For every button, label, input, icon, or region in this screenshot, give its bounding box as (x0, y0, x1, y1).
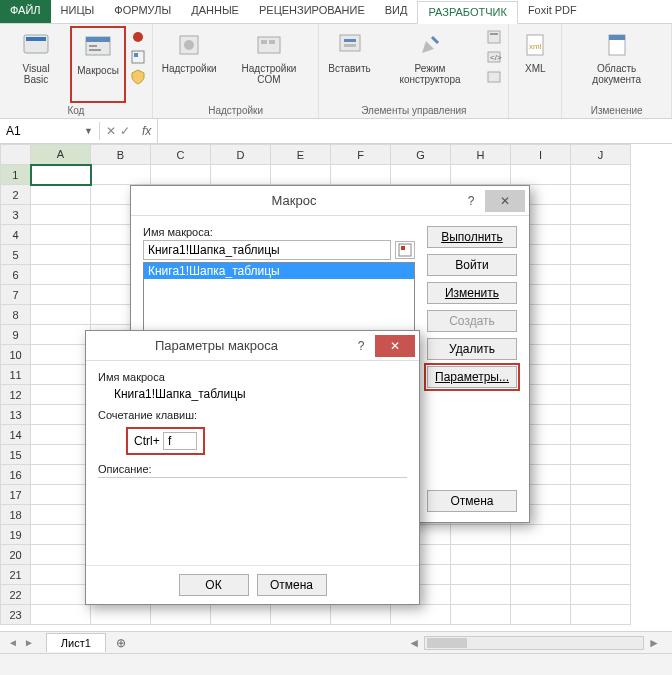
cell[interactable] (571, 245, 631, 265)
add-sheet-button[interactable]: ⊕ (106, 636, 136, 650)
cell[interactable] (31, 405, 91, 425)
tab-1[interactable]: ФОРМУЛЫ (104, 0, 181, 23)
edit-button[interactable]: Изменить (427, 282, 517, 304)
row-header[interactable]: 3 (1, 205, 31, 225)
cell[interactable] (151, 165, 211, 185)
cell[interactable] (451, 605, 511, 625)
cell[interactable] (271, 165, 331, 185)
row-header[interactable]: 23 (1, 605, 31, 625)
cell[interactable] (31, 305, 91, 325)
cell[interactable] (451, 525, 511, 545)
cell[interactable] (511, 585, 571, 605)
cell[interactable] (571, 205, 631, 225)
cancel-options-button[interactable]: Отмена (257, 574, 327, 596)
cell[interactable] (571, 405, 631, 425)
options-button[interactable]: Параметры... (427, 366, 517, 388)
cell[interactable] (31, 445, 91, 465)
tab-0[interactable]: НИЦЫ (51, 0, 105, 23)
cell[interactable] (31, 385, 91, 405)
cell[interactable] (571, 605, 631, 625)
cell[interactable] (31, 185, 91, 205)
row-header[interactable]: 13 (1, 405, 31, 425)
cell[interactable] (511, 525, 571, 545)
tab-6[interactable]: Foxit PDF (518, 0, 587, 23)
cell[interactable] (31, 325, 91, 345)
col-header[interactable]: I (511, 145, 571, 165)
cell[interactable] (31, 345, 91, 365)
cell[interactable] (571, 265, 631, 285)
cell[interactable] (31, 605, 91, 625)
row-header[interactable]: 15 (1, 445, 31, 465)
row-header[interactable]: 10 (1, 345, 31, 365)
cell[interactable] (211, 165, 271, 185)
xml-button[interactable]: xml XML (513, 26, 557, 114)
row-header[interactable]: 2 (1, 185, 31, 205)
doc-panel-button[interactable]: Область документа (566, 26, 667, 103)
col-header[interactable]: A (31, 145, 91, 165)
cell[interactable] (31, 245, 91, 265)
cell[interactable] (31, 285, 91, 305)
tab-3[interactable]: РЕЦЕНЗИРОВАНИЕ (249, 0, 375, 23)
cell[interactable] (31, 425, 91, 445)
horizontal-scrollbar[interactable]: ◄ ► (400, 636, 672, 650)
cell[interactable] (571, 565, 631, 585)
cell[interactable] (31, 365, 91, 385)
cell[interactable] (331, 165, 391, 185)
cell[interactable] (571, 465, 631, 485)
cell[interactable] (571, 425, 631, 445)
cell[interactable] (391, 605, 451, 625)
list-item[interactable]: Книга1!Шапка_таблицы (144, 263, 414, 279)
tab-4[interactable]: ВИД (375, 0, 418, 23)
cell[interactable] (571, 585, 631, 605)
ok-button[interactable]: ОК (179, 574, 249, 596)
macros-button[interactable]: Макросы (70, 26, 126, 103)
help-icon[interactable]: ? (457, 194, 485, 208)
row-header[interactable]: 8 (1, 305, 31, 325)
col-header[interactable]: E (271, 145, 331, 165)
cell[interactable] (91, 605, 151, 625)
cell[interactable] (31, 485, 91, 505)
cell[interactable] (31, 465, 91, 485)
row-header[interactable]: 18 (1, 505, 31, 525)
cell[interactable] (271, 605, 331, 625)
row-header[interactable]: 5 (1, 245, 31, 265)
tab-2[interactable]: ДАННЫЕ (181, 0, 249, 23)
cell[interactable] (451, 165, 511, 185)
col-header[interactable]: F (331, 145, 391, 165)
cell[interactable] (31, 525, 91, 545)
cell[interactable] (511, 545, 571, 565)
col-header[interactable]: J (571, 145, 631, 165)
row-header[interactable]: 20 (1, 545, 31, 565)
formula-input[interactable] (157, 119, 672, 143)
cell[interactable] (31, 205, 91, 225)
close-icon[interactable]: ✕ (375, 335, 415, 357)
addins-button[interactable]: Надстройки (157, 26, 222, 103)
cell[interactable] (571, 225, 631, 245)
cell[interactable] (91, 165, 151, 185)
cell[interactable] (571, 185, 631, 205)
fx-icon[interactable]: fx (136, 124, 157, 138)
cell[interactable] (151, 605, 211, 625)
cell[interactable] (571, 525, 631, 545)
insert-button[interactable]: Вставить (323, 26, 375, 103)
row-header[interactable]: 19 (1, 525, 31, 545)
accept-formula-icon[interactable]: ✓ (120, 124, 130, 138)
row-header[interactable]: 4 (1, 225, 31, 245)
cell[interactable] (571, 445, 631, 465)
row-header[interactable]: 6 (1, 265, 31, 285)
sheet-tab[interactable]: Лист1 (46, 633, 106, 652)
reference-picker-icon[interactable] (395, 241, 415, 259)
row-header[interactable]: 1 (1, 165, 31, 185)
properties-button[interactable] (484, 28, 504, 46)
cancel-formula-icon[interactable]: ✕ (106, 124, 116, 138)
cell[interactable] (571, 385, 631, 405)
visual-basic-button[interactable]: Visual Basic (4, 26, 68, 103)
cell[interactable] (511, 165, 571, 185)
com-addins-button[interactable]: Надстройки COM (224, 26, 315, 103)
cell[interactable] (31, 545, 91, 565)
row-header[interactable]: 21 (1, 565, 31, 585)
macro-security-button[interactable] (128, 68, 148, 86)
row-header[interactable]: 16 (1, 465, 31, 485)
select-all-corner[interactable] (1, 145, 31, 165)
cell[interactable] (571, 545, 631, 565)
